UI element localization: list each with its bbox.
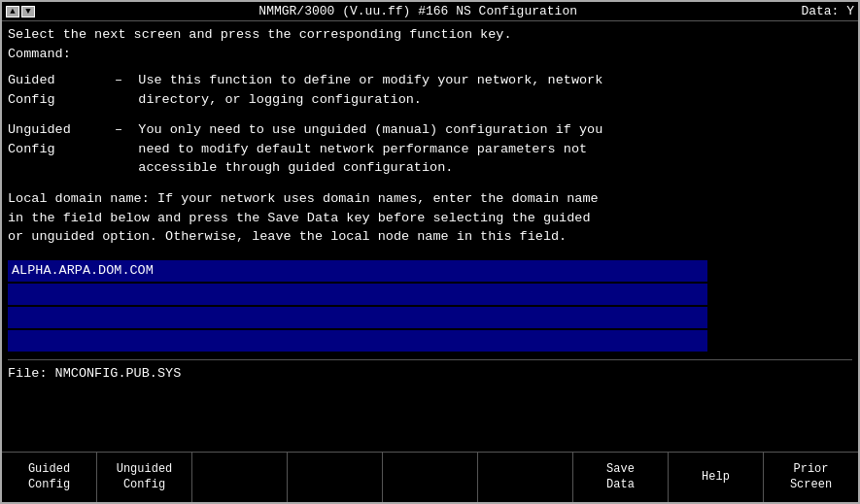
unguided-config-label: UnguidedConfig bbox=[8, 120, 115, 178]
minimize-button[interactable]: ▲ bbox=[6, 6, 19, 17]
guided-config-section: GuidedConfig – Use this function to defi… bbox=[8, 71, 852, 109]
fn-prior-screen[interactable]: PriorScreen bbox=[764, 453, 858, 502]
fn-guided-config[interactable]: GuidedConfig bbox=[2, 453, 97, 502]
instruction-line: Select the next screen and press the cor… bbox=[8, 25, 852, 45]
input-field-2[interactable] bbox=[8, 284, 707, 305]
guided-config-label: GuidedConfig bbox=[8, 71, 115, 109]
fn-4[interactable] bbox=[288, 453, 383, 502]
main-content: Select the next screen and press the cor… bbox=[2, 21, 858, 452]
window-controls[interactable]: ▲ ▼ bbox=[6, 6, 35, 17]
fn-6[interactable] bbox=[478, 453, 573, 502]
title-bar: ▲ ▼ NMMGR/3000 (V.uu.ff) #166 NS Configu… bbox=[2, 2, 858, 21]
restore-button[interactable]: ▼ bbox=[21, 6, 35, 17]
file-line: File: NMCONFIG.PUB.SYS bbox=[8, 359, 852, 386]
fn-unguided-config[interactable]: UnguidedConfig bbox=[97, 453, 192, 502]
domain-line2: in the field below and press the Save Da… bbox=[8, 209, 852, 228]
domain-section: Local domain name: If your network uses … bbox=[8, 189, 852, 247]
guided-config-text: – Use this function to define or modify … bbox=[115, 71, 852, 109]
function-bar: GuidedConfig UnguidedConfig SaveData Hel… bbox=[2, 452, 858, 502]
input-area: ALPHA.ARPA.DOM.COM bbox=[8, 260, 852, 353]
domain-line1: Local domain name: If your network uses … bbox=[8, 189, 852, 209]
unguided-config-text: – You only need to use unguided (manual)… bbox=[115, 120, 852, 178]
input-field-4[interactable] bbox=[8, 330, 707, 352]
command-line: Command: bbox=[8, 45, 852, 64]
unguided-config-section: UnguidedConfig – You only need to use un… bbox=[8, 120, 852, 178]
window-title: NMMGR/3000 (V.uu.ff) #166 NS Configurati… bbox=[258, 4, 577, 18]
domain-line3: or unguided option. Otherwise, leave the… bbox=[8, 227, 852, 247]
fn-5[interactable] bbox=[383, 453, 478, 502]
terminal-window: ▲ ▼ NMMGR/3000 (V.uu.ff) #166 NS Configu… bbox=[0, 0, 860, 504]
fn-help[interactable]: Help bbox=[669, 453, 764, 502]
data-status: Data: Y bbox=[801, 4, 854, 18]
fn-save-data[interactable]: SaveData bbox=[573, 453, 669, 502]
domain-input-field[interactable]: ALPHA.ARPA.DOM.COM bbox=[8, 260, 707, 282]
input-field-3[interactable] bbox=[8, 307, 707, 328]
fn-3[interactable] bbox=[192, 453, 288, 502]
